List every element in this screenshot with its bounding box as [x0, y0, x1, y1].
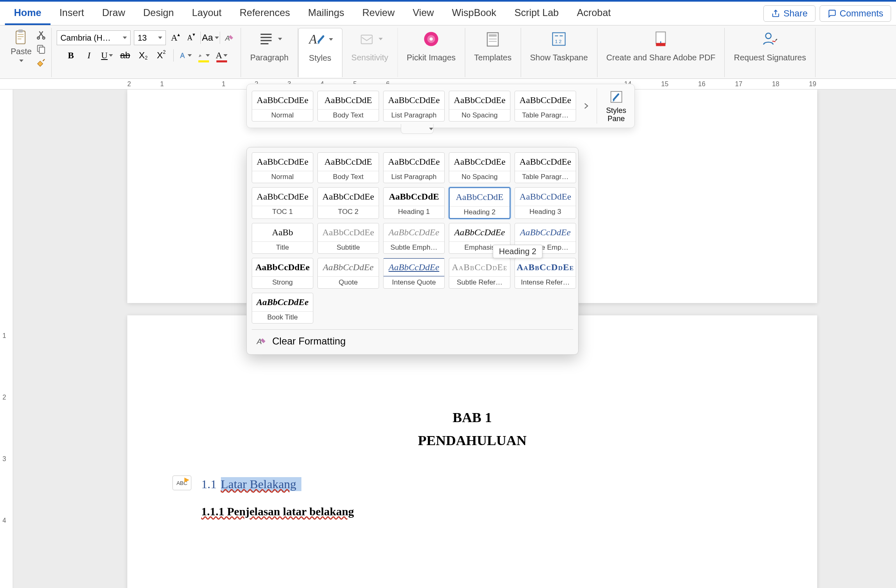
tab-draw[interactable]: Draw — [93, 2, 134, 25]
italic-button[interactable]: I — [83, 49, 95, 62]
clear-formatting-icon: A — [256, 335, 267, 347]
doc-h2-number: 1.1 — [201, 477, 217, 491]
shrink-font-button[interactable]: A▾ — [185, 32, 197, 44]
styles-pane-button[interactable]: Styles Pane — [597, 88, 629, 124]
font-name-combo[interactable]: Cambria (H… — [57, 30, 131, 45]
strikethrough-button[interactable]: ab — [119, 49, 131, 62]
style-option-toc-2[interactable]: AaBbCcDdEeTOC 2 — [317, 187, 379, 219]
tab-review[interactable]: Review — [353, 2, 404, 25]
comments-button[interactable]: Comments — [820, 5, 891, 22]
pickit-label: Pickit Images — [407, 53, 456, 65]
clear-formatting-item[interactable]: A Clear Formatting — [252, 329, 573, 349]
styles-expand-chevron[interactable] — [401, 124, 434, 134]
svg-point-6 — [43, 37, 45, 39]
styles-more-arrow[interactable] — [580, 90, 593, 122]
clear-formatting-label: Clear Formatting — [272, 335, 346, 347]
style-option-no-spacing[interactable]: AaBbCcDdEeNo Spacing — [449, 152, 510, 183]
format-painter-icon[interactable] — [36, 57, 46, 68]
page-current[interactable]: BAB 1 PENDAHULUAN ABC 1.1 Latar Belakang… — [127, 315, 817, 588]
clipboard-group: Paste — [4, 28, 52, 77]
style-option-strong[interactable]: AaBbCcDdEeStrong — [252, 258, 313, 289]
style-option-heading-2[interactable]: AaBbCcDdEHeading 2 — [449, 187, 510, 219]
adobe-label: Create and Share Adobe PDF — [607, 53, 716, 65]
share-label: Share — [783, 8, 808, 19]
subscript-button[interactable]: X2 — [137, 49, 149, 62]
doc-heading2[interactable]: 1.1 Latar Belakang — [201, 477, 301, 491]
ruler-mark: 2 — [127, 80, 131, 88]
vruler-mark: 4 — [2, 517, 6, 524]
style-option-body-text[interactable]: AaBbCcDdEBody Text — [317, 152, 379, 183]
svg-rect-8 — [39, 47, 45, 53]
svg-point-5 — [37, 37, 39, 39]
tab-home[interactable]: Home — [5, 2, 51, 25]
style-option-list-paragraph[interactable]: AaBbCcDdEeList Paragraph — [383, 152, 445, 183]
doc-h2-text-selected: Latar Belakang — [221, 477, 301, 491]
share-button[interactable]: Share — [763, 5, 816, 22]
style-option-book-title[interactable]: AaBbCcDdEeBook Title — [252, 293, 313, 324]
style-swatch-list-paragraph[interactable]: AaBbCcDdEeList Paragraph — [383, 91, 445, 122]
adobe-pdf-group[interactable]: Create and Share Adobe PDF — [597, 28, 725, 77]
tab-layout[interactable]: Layout — [183, 2, 230, 25]
tab-mailings[interactable]: Mailings — [299, 2, 353, 25]
style-option-table-paragr-[interactable]: AaBbCcDdEeTable Paragr… — [515, 152, 576, 183]
style-option-subtle-emph-[interactable]: AaBbCcDdEeSubtle Emph… — [383, 223, 445, 254]
share-icon — [771, 9, 780, 18]
style-option-subtle-refer-[interactable]: AaBbCcDdEeSubtle Refer… — [449, 258, 510, 289]
style-option-subtitle[interactable]: AaBbCcDdEeSubtitle — [317, 223, 379, 254]
clear-formatting-button[interactable]: A — [223, 32, 236, 44]
paragraph-group[interactable]: Paragraph — [241, 28, 298, 77]
styles-quick-gallery: AaBbCcDdEeNormalAaBbCcDdEBody TextAaBbCc… — [246, 84, 635, 128]
style-option-intense-refer-[interactable]: AaBbCcDdEeIntense Refer… — [515, 258, 576, 289]
superscript-button[interactable]: X2 — [155, 49, 168, 62]
pickit-group[interactable]: Pickit Images — [398, 28, 465, 77]
svg-rect-0 — [16, 31, 25, 44]
doc-chapter: BAB 1 — [127, 410, 817, 425]
templates-group[interactable]: Templates — [465, 28, 521, 77]
style-option-quote[interactable]: AaBbCcDdEeQuote — [317, 258, 379, 289]
comment-icon — [827, 9, 836, 18]
tab-design[interactable]: Design — [134, 2, 183, 25]
templates-icon — [483, 30, 502, 48]
tab-acrobat[interactable]: Acrobat — [568, 2, 620, 25]
taskpane-icon: 1 2 — [549, 30, 568, 48]
paste-button[interactable]: Paste — [9, 28, 33, 63]
styles-label: Styles — [309, 53, 331, 65]
tab-view[interactable]: View — [404, 2, 443, 25]
tab-script-lab[interactable]: Script Lab — [505, 2, 568, 25]
style-option-intense-quote[interactable]: AaBbCcDdEeIntense Quote — [383, 258, 445, 289]
style-swatch-table-paragr-[interactable]: AaBbCcDdEeTable Paragr… — [515, 91, 576, 122]
font-size-combo[interactable]: 13 — [134, 30, 166, 45]
change-case-button[interactable]: Aa — [204, 32, 216, 44]
copy-icon[interactable] — [36, 44, 46, 54]
font-color-button[interactable]: A — [216, 49, 228, 62]
style-option-heading-1[interactable]: AaBbCcDdEHeading 1 — [383, 187, 445, 219]
cut-icon[interactable] — [36, 30, 46, 40]
svg-point-19 — [430, 37, 433, 41]
underline-button[interactable]: U — [101, 49, 113, 62]
ruler-mark: 16 — [698, 80, 705, 88]
vertical-ruler[interactable]: 1234 — [0, 90, 13, 588]
bold-button[interactable]: B — [65, 49, 77, 62]
tab-insert[interactable]: Insert — [51, 2, 93, 25]
highlight-button[interactable] — [198, 49, 210, 62]
autocorrect-options-badge[interactable]: ABC — [172, 475, 191, 490]
styles-icon: A — [308, 30, 326, 49]
style-option-title[interactable]: AaBbTitle — [252, 223, 313, 254]
tab-references[interactable]: References — [231, 2, 299, 25]
doc-heading3[interactable]: 1.1.1 Penjelasan latar belakang — [201, 505, 743, 518]
grow-font-button[interactable]: A▴ — [169, 32, 181, 44]
svg-rect-21 — [489, 34, 497, 37]
style-swatch-normal[interactable]: AaBbCcDdEeNormal — [252, 91, 313, 122]
style-option-normal[interactable]: AaBbCcDdEeNormal — [252, 152, 313, 183]
styles-group[interactable]: A Styles — [298, 28, 342, 77]
style-swatch-no-spacing[interactable]: AaBbCcDdEeNo Spacing — [449, 91, 510, 122]
tab-wispbook[interactable]: WispBook — [443, 2, 505, 25]
taskpane-group[interactable]: 1 2 Show Taskpane — [521, 28, 597, 77]
style-option-heading-3[interactable]: AaBbCcDdEeHeading 3 — [515, 187, 576, 219]
style-swatch-body-text[interactable]: AaBbCcDdEBody Text — [317, 91, 379, 122]
signatures-group[interactable]: Request Signatures — [725, 28, 816, 77]
doc-section-title: PENDAHULUAN — [127, 433, 817, 448]
style-option-toc-1[interactable]: AaBbCcDdEeTOC 1 — [252, 187, 313, 219]
svg-text:A: A — [256, 337, 262, 346]
text-effects-button[interactable]: A — [179, 49, 192, 62]
